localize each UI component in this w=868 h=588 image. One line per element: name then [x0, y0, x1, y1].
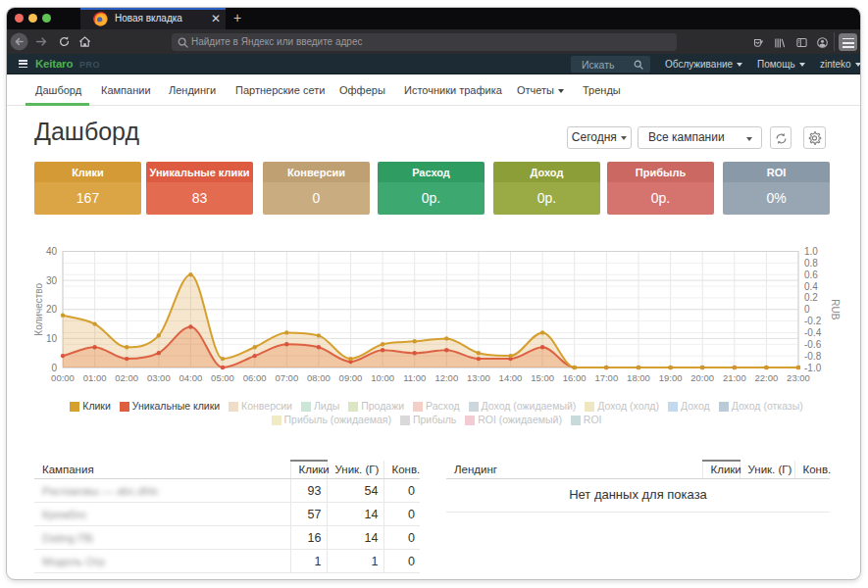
svg-text:-0.2: -0.2 — [804, 316, 822, 326]
svg-text:13:00: 13:00 — [467, 372, 490, 383]
svg-text:03:00: 03:00 — [147, 372, 171, 383]
svg-text:14:00: 14:00 — [499, 372, 523, 383]
svg-text:08:00: 08:00 — [307, 372, 331, 383]
svg-text:0.6: 0.6 — [804, 270, 818, 280]
svg-text:30: 30 — [46, 275, 58, 286]
svg-text:0.2: 0.2 — [804, 292, 818, 303]
svg-text:18:00: 18:00 — [627, 372, 650, 383]
svg-text:0.8: 0.8 — [804, 258, 818, 269]
svg-text:01:00: 01:00 — [83, 372, 107, 383]
svg-text:09:00: 09:00 — [339, 372, 363, 383]
svg-text:1.0: 1.0 — [804, 246, 818, 257]
svg-text:-1.0: -1.0 — [804, 363, 822, 373]
svg-text:20:00: 20:00 — [690, 372, 714, 383]
svg-text:19:00: 19:00 — [659, 372, 683, 383]
svg-text:40: 40 — [46, 246, 58, 257]
svg-text:11:00: 11:00 — [403, 372, 426, 383]
svg-text:RUB: RUB — [830, 299, 841, 319]
svg-text:0.4: 0.4 — [804, 281, 818, 292]
svg-text:16:00: 16:00 — [563, 372, 587, 383]
svg-text:-0.4: -0.4 — [804, 327, 822, 338]
svg-text:02:00: 02:00 — [115, 372, 138, 383]
svg-text:07:00: 07:00 — [275, 372, 298, 383]
svg-text:20: 20 — [46, 304, 58, 315]
svg-text:10: 10 — [46, 333, 58, 344]
svg-text:0: 0 — [51, 363, 57, 373]
svg-text:12:00: 12:00 — [434, 372, 458, 383]
svg-text:06:00: 06:00 — [243, 372, 267, 383]
svg-text:15:00: 15:00 — [531, 372, 554, 383]
svg-text:22:00: 22:00 — [755, 372, 779, 383]
svg-text:-0.6: -0.6 — [804, 339, 822, 350]
svg-text:0: 0 — [804, 304, 810, 315]
svg-text:Количество: Количество — [34, 283, 44, 336]
svg-text:05:00: 05:00 — [211, 372, 234, 383]
svg-text:17:00: 17:00 — [594, 372, 618, 383]
svg-text:04:00: 04:00 — [179, 372, 203, 383]
svg-text:23:00: 23:00 — [787, 372, 810, 383]
svg-text:-0.8: -0.8 — [804, 351, 822, 362]
svg-text:10:00: 10:00 — [371, 372, 394, 383]
svg-text:00:00: 00:00 — [51, 372, 75, 383]
svg-text:21:00: 21:00 — [723, 372, 746, 383]
